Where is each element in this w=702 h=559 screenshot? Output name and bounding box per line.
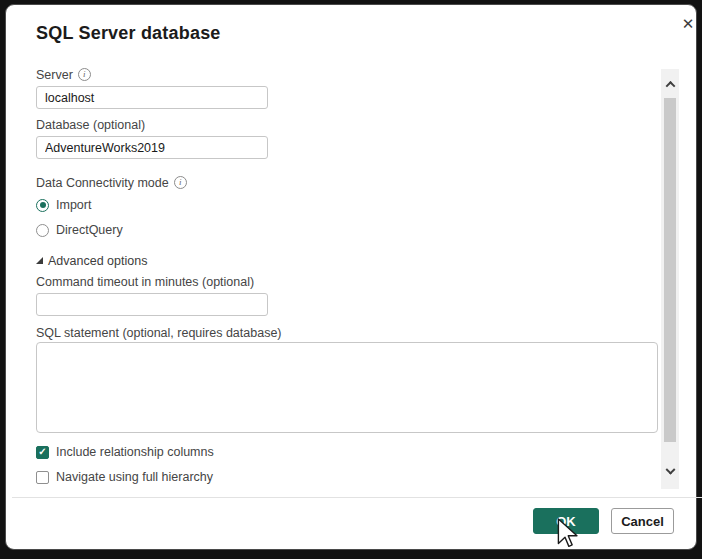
radio-unselected-icon [36, 224, 49, 237]
command-timeout-input[interactable] [36, 293, 268, 316]
footer-divider [12, 497, 702, 498]
cancel-button[interactable]: Cancel [611, 508, 674, 534]
command-timeout-label-text: Command timeout in minutes (optional) [36, 275, 254, 289]
chevron-up-icon [665, 80, 675, 90]
server-info-icon[interactable]: i [78, 68, 91, 81]
command-timeout-label: Command timeout in minutes (optional) [36, 274, 254, 289]
radio-directquery-label: DirectQuery [56, 223, 123, 237]
scrollbar-up-button[interactable] [661, 75, 679, 93]
server-label: Server i [36, 67, 91, 82]
sql-statement-label-text: SQL statement (optional, requires databa… [36, 326, 282, 340]
checkbox-unchecked-icon [36, 471, 49, 484]
radio-directquery[interactable]: DirectQuery [36, 223, 123, 237]
dialog-title: SQL Server database [36, 23, 221, 44]
radio-import-label: Import [56, 198, 91, 212]
sql-statement-textarea[interactable] [36, 342, 658, 433]
checkbox-include-label: Include relationship columns [56, 445, 214, 459]
connectivity-mode-label: Data Connectivity mode i [36, 175, 187, 190]
database-input[interactable] [36, 136, 268, 159]
checkmark-icon: ✓ [38, 447, 46, 457]
close-icon: ✕ [682, 15, 695, 33]
server-input[interactable] [36, 86, 268, 109]
sql-server-database-dialog: SQL Server database ✕ Server i Database … [5, 4, 697, 550]
expander-triangle-icon [36, 257, 43, 264]
ok-button[interactable]: OK [533, 508, 599, 534]
checkbox-checked-icon: ✓ [36, 446, 49, 459]
screen-background: SQL Server database ✕ Server i Database … [0, 0, 702, 559]
database-label: Database (optional) [36, 117, 145, 132]
connectivity-mode-label-text: Data Connectivity mode [36, 176, 169, 190]
chevron-down-icon [665, 464, 675, 474]
scrollbar-down-button[interactable] [661, 463, 679, 481]
radio-selected-icon [36, 199, 49, 212]
sql-statement-label: SQL statement (optional, requires databa… [36, 325, 282, 340]
scrollbar-thumb[interactable] [664, 98, 676, 442]
checkbox-navigate-label: Navigate using full hierarchy [56, 470, 213, 484]
vertical-scrollbar[interactable] [661, 69, 679, 489]
advanced-options-toggle[interactable]: Advanced options [36, 254, 147, 268]
server-label-text: Server [36, 68, 73, 82]
checkbox-include-relationship-columns[interactable]: ✓ Include relationship columns [36, 445, 214, 459]
radio-import[interactable]: Import [36, 198, 91, 212]
checkbox-navigate-full-hierarchy[interactable]: Navigate using full hierarchy [36, 470, 213, 484]
database-label-text: Database (optional) [36, 118, 145, 132]
close-button[interactable]: ✕ [675, 11, 701, 37]
advanced-options-label: Advanced options [48, 254, 147, 268]
connectivity-info-icon[interactable]: i [174, 176, 187, 189]
